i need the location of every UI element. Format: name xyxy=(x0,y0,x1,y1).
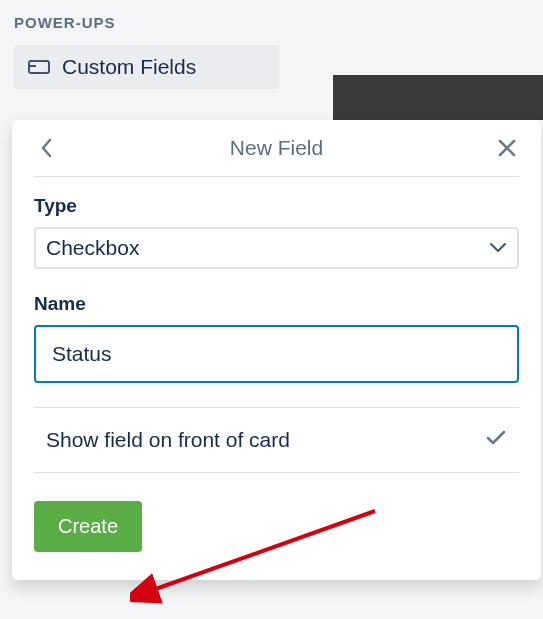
name-label: Name xyxy=(34,293,519,315)
create-button[interactable]: Create xyxy=(34,501,142,552)
custom-fields-icon xyxy=(28,56,50,78)
chevron-down-icon xyxy=(489,239,507,257)
sidebar-item-label: Custom Fields xyxy=(62,55,196,79)
show-on-front-option[interactable]: Show field on front of card xyxy=(34,407,519,473)
show-on-front-label: Show field on front of card xyxy=(46,428,290,452)
type-label: Type xyxy=(34,195,519,217)
popover-title: New Field xyxy=(230,136,323,160)
name-input[interactable] xyxy=(34,325,519,383)
new-field-popover: New Field Type Checkbox Name Show field … xyxy=(12,120,541,580)
type-select[interactable]: Checkbox xyxy=(34,227,519,269)
chevron-left-icon xyxy=(39,137,53,159)
check-icon xyxy=(485,429,507,451)
close-icon xyxy=(498,139,516,157)
sidebar-item-custom-fields[interactable]: Custom Fields xyxy=(14,45,279,89)
back-button[interactable] xyxy=(34,136,58,160)
powerups-section-title: POWER-UPS xyxy=(14,14,529,31)
close-button[interactable] xyxy=(495,136,519,160)
type-select-value: Checkbox xyxy=(46,236,489,260)
